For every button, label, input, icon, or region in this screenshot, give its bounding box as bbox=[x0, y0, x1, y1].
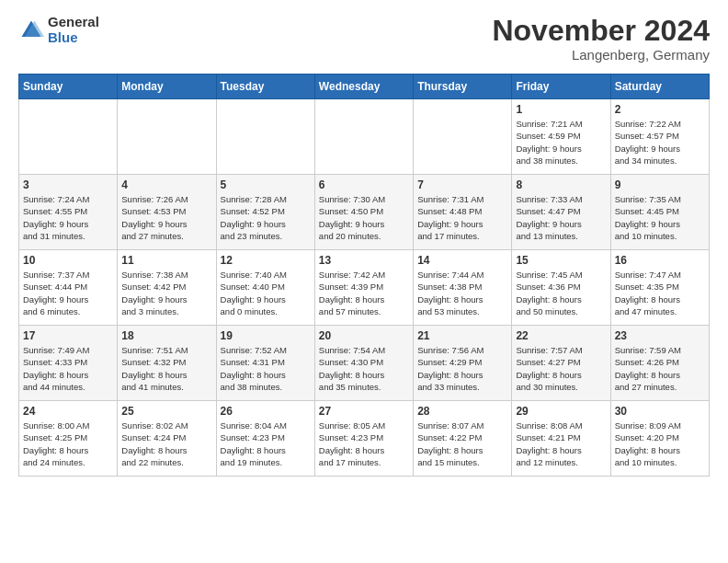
day-number: 15 bbox=[516, 254, 606, 267]
day-info: Sunrise: 8:08 AM Sunset: 4:21 PM Dayligh… bbox=[516, 419, 606, 468]
day-cell: 11Sunrise: 7:38 AM Sunset: 4:42 PM Dayli… bbox=[118, 250, 216, 326]
day-cell: 24Sunrise: 8:00 AM Sunset: 4:25 PM Dayli… bbox=[19, 401, 118, 477]
col-header-sunday: Sunday bbox=[19, 75, 118, 99]
day-info: Sunrise: 7:51 AM Sunset: 4:32 PM Dayligh… bbox=[121, 344, 211, 393]
day-number: 27 bbox=[319, 405, 409, 418]
day-info: Sunrise: 7:28 AM Sunset: 4:52 PM Dayligh… bbox=[221, 193, 311, 242]
col-header-saturday: Saturday bbox=[610, 75, 709, 99]
day-number: 12 bbox=[221, 254, 311, 267]
day-number: 2 bbox=[615, 103, 705, 116]
day-cell: 10Sunrise: 7:37 AM Sunset: 4:44 PM Dayli… bbox=[19, 250, 118, 326]
page: General Blue November 2024 Langenberg, G… bbox=[0, 0, 728, 491]
day-info: Sunrise: 7:57 AM Sunset: 4:27 PM Dayligh… bbox=[516, 344, 606, 393]
day-cell bbox=[216, 99, 314, 175]
day-info: Sunrise: 7:59 AM Sunset: 4:26 PM Dayligh… bbox=[615, 344, 705, 393]
day-cell: 20Sunrise: 7:54 AM Sunset: 4:30 PM Dayli… bbox=[314, 326, 413, 401]
day-info: Sunrise: 8:09 AM Sunset: 4:20 PM Dayligh… bbox=[615, 419, 705, 468]
logo: General Blue bbox=[18, 15, 99, 45]
day-cell: 22Sunrise: 7:57 AM Sunset: 4:27 PM Dayli… bbox=[512, 326, 610, 401]
day-cell: 19Sunrise: 7:52 AM Sunset: 4:31 PM Dayli… bbox=[216, 326, 314, 401]
day-number: 14 bbox=[417, 254, 507, 267]
day-info: Sunrise: 7:38 AM Sunset: 4:42 PM Dayligh… bbox=[121, 269, 211, 317]
day-info: Sunrise: 7:33 AM Sunset: 4:47 PM Dayligh… bbox=[516, 193, 606, 242]
day-number: 11 bbox=[121, 254, 211, 267]
title-block: November 2024 Langenberg, Germany bbox=[492, 15, 710, 63]
day-number: 28 bbox=[417, 405, 507, 418]
day-number: 26 bbox=[221, 405, 311, 418]
day-cell: 30Sunrise: 8:09 AM Sunset: 4:20 PM Dayli… bbox=[610, 401, 709, 477]
day-number: 29 bbox=[516, 405, 606, 418]
day-cell: 14Sunrise: 7:44 AM Sunset: 4:38 PM Dayli… bbox=[414, 250, 512, 326]
col-header-monday: Monday bbox=[118, 75, 216, 99]
header-row: SundayMondayTuesdayWednesdayThursdayFrid… bbox=[19, 75, 710, 99]
day-info: Sunrise: 7:40 AM Sunset: 4:40 PM Dayligh… bbox=[221, 269, 311, 317]
day-number: 6 bbox=[319, 178, 409, 191]
day-number: 30 bbox=[615, 405, 705, 418]
day-cell: 9Sunrise: 7:35 AM Sunset: 4:45 PM Daylig… bbox=[610, 175, 709, 250]
col-header-thursday: Thursday bbox=[414, 75, 512, 99]
location: Langenberg, Germany bbox=[492, 47, 710, 63]
logo-general: General bbox=[48, 15, 99, 30]
day-info: Sunrise: 7:52 AM Sunset: 4:31 PM Dayligh… bbox=[221, 344, 311, 393]
day-number: 23 bbox=[615, 329, 705, 342]
day-info: Sunrise: 8:04 AM Sunset: 4:23 PM Dayligh… bbox=[221, 419, 311, 468]
logo-blue: Blue bbox=[48, 30, 99, 46]
day-number: 4 bbox=[121, 178, 211, 191]
day-cell bbox=[118, 99, 216, 175]
week-row-3: 17Sunrise: 7:49 AM Sunset: 4:33 PM Dayli… bbox=[19, 326, 710, 401]
day-number: 22 bbox=[516, 329, 606, 342]
day-number: 1 bbox=[516, 103, 606, 116]
day-info: Sunrise: 8:00 AM Sunset: 4:25 PM Dayligh… bbox=[23, 419, 113, 468]
day-info: Sunrise: 7:24 AM Sunset: 4:55 PM Dayligh… bbox=[23, 193, 113, 242]
day-info: Sunrise: 7:37 AM Sunset: 4:44 PM Dayligh… bbox=[23, 269, 113, 317]
day-cell: 3Sunrise: 7:24 AM Sunset: 4:55 PM Daylig… bbox=[19, 175, 118, 250]
day-cell: 27Sunrise: 8:05 AM Sunset: 4:23 PM Dayli… bbox=[314, 401, 413, 477]
day-info: Sunrise: 7:54 AM Sunset: 4:30 PM Dayligh… bbox=[319, 344, 409, 393]
day-cell: 13Sunrise: 7:42 AM Sunset: 4:39 PM Dayli… bbox=[314, 250, 413, 326]
day-cell: 26Sunrise: 8:04 AM Sunset: 4:23 PM Dayli… bbox=[216, 401, 314, 477]
day-number: 25 bbox=[121, 405, 211, 418]
day-cell: 18Sunrise: 7:51 AM Sunset: 4:32 PM Dayli… bbox=[118, 326, 216, 401]
day-cell: 15Sunrise: 7:45 AM Sunset: 4:36 PM Dayli… bbox=[512, 250, 610, 326]
calendar-table: SundayMondayTuesdayWednesdayThursdayFrid… bbox=[18, 74, 710, 477]
day-number: 19 bbox=[221, 329, 311, 342]
day-info: Sunrise: 7:45 AM Sunset: 4:36 PM Dayligh… bbox=[516, 269, 606, 317]
day-number: 16 bbox=[615, 254, 705, 267]
day-info: Sunrise: 7:42 AM Sunset: 4:39 PM Dayligh… bbox=[319, 269, 409, 317]
day-cell: 4Sunrise: 7:26 AM Sunset: 4:53 PM Daylig… bbox=[118, 175, 216, 250]
day-cell: 23Sunrise: 7:59 AM Sunset: 4:26 PM Dayli… bbox=[610, 326, 709, 401]
day-number: 17 bbox=[23, 329, 113, 342]
day-number: 8 bbox=[516, 178, 606, 191]
day-info: Sunrise: 7:26 AM Sunset: 4:53 PM Dayligh… bbox=[121, 193, 211, 242]
day-number: 7 bbox=[417, 178, 507, 191]
day-info: Sunrise: 7:35 AM Sunset: 4:45 PM Dayligh… bbox=[615, 193, 705, 242]
day-number: 5 bbox=[221, 178, 311, 191]
day-cell: 29Sunrise: 8:08 AM Sunset: 4:21 PM Dayli… bbox=[512, 401, 610, 477]
day-info: Sunrise: 7:22 AM Sunset: 4:57 PM Dayligh… bbox=[615, 118, 705, 167]
month-title: November 2024 bbox=[492, 15, 710, 47]
col-header-friday: Friday bbox=[512, 75, 610, 99]
day-cell: 1Sunrise: 7:21 AM Sunset: 4:59 PM Daylig… bbox=[512, 99, 610, 175]
logo-icon bbox=[18, 17, 44, 43]
day-info: Sunrise: 7:21 AM Sunset: 4:59 PM Dayligh… bbox=[516, 118, 606, 167]
day-cell: 17Sunrise: 7:49 AM Sunset: 4:33 PM Dayli… bbox=[19, 326, 118, 401]
day-info: Sunrise: 7:49 AM Sunset: 4:33 PM Dayligh… bbox=[23, 344, 113, 393]
day-cell: 25Sunrise: 8:02 AM Sunset: 4:24 PM Dayli… bbox=[118, 401, 216, 477]
day-cell: 21Sunrise: 7:56 AM Sunset: 4:29 PM Dayli… bbox=[414, 326, 512, 401]
header: General Blue November 2024 Langenberg, G… bbox=[18, 15, 710, 63]
day-cell: 5Sunrise: 7:28 AM Sunset: 4:52 PM Daylig… bbox=[216, 175, 314, 250]
day-cell: 2Sunrise: 7:22 AM Sunset: 4:57 PM Daylig… bbox=[610, 99, 709, 175]
day-cell bbox=[19, 99, 118, 175]
day-info: Sunrise: 7:56 AM Sunset: 4:29 PM Dayligh… bbox=[417, 344, 507, 393]
day-number: 13 bbox=[319, 254, 409, 267]
day-info: Sunrise: 7:44 AM Sunset: 4:38 PM Dayligh… bbox=[417, 269, 507, 317]
week-row-1: 3Sunrise: 7:24 AM Sunset: 4:55 PM Daylig… bbox=[19, 175, 710, 250]
week-row-0: 1Sunrise: 7:21 AM Sunset: 4:59 PM Daylig… bbox=[19, 99, 710, 175]
week-row-2: 10Sunrise: 7:37 AM Sunset: 4:44 PM Dayli… bbox=[19, 250, 710, 326]
day-info: Sunrise: 7:31 AM Sunset: 4:48 PM Dayligh… bbox=[417, 193, 507, 242]
day-info: Sunrise: 7:30 AM Sunset: 4:50 PM Dayligh… bbox=[319, 193, 409, 242]
day-cell: 12Sunrise: 7:40 AM Sunset: 4:40 PM Dayli… bbox=[216, 250, 314, 326]
day-cell: 28Sunrise: 8:07 AM Sunset: 4:22 PM Dayli… bbox=[414, 401, 512, 477]
logo-text: General Blue bbox=[48, 15, 99, 45]
day-cell: 6Sunrise: 7:30 AM Sunset: 4:50 PM Daylig… bbox=[314, 175, 413, 250]
